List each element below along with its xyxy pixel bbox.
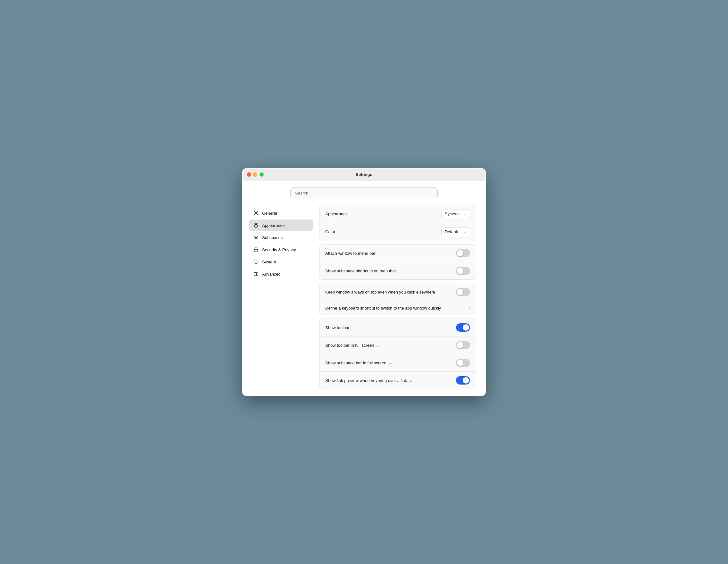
appearance-color-card: Appearance System ⌄ Color Default ⌄ (319, 205, 476, 241)
color-dropdown[interactable]: Default ⌄ (441, 228, 470, 236)
keep-on-top-toggle-knob (457, 289, 463, 295)
sidebar-item-security[interactable]: Security & Privacy (249, 244, 313, 255)
show-link-preview-toggle[interactable] (456, 376, 470, 385)
svg-point-14 (256, 274, 257, 275)
keyboard-shortcut-row[interactable]: Define a keyboard shortcut to switch to … (319, 301, 476, 315)
sidebar-item-security-label: Security & Privacy (262, 247, 296, 252)
cloud-icon-2: ☁ (388, 361, 392, 365)
sidebar-item-subspaces[interactable]: Subspaces (249, 232, 313, 243)
menubar-card: Attach window to menu bar Show subspace … (319, 244, 476, 280)
show-subspace-bar-fullscreen-toggle-knob (457, 360, 463, 366)
window-body: General Appearance (242, 181, 486, 396)
content-area: General Appearance (249, 205, 479, 389)
window-title: Settings (356, 172, 372, 177)
keep-on-top-row: Keep window always on top even when you … (319, 283, 476, 301)
sidebar-item-general[interactable]: General (249, 207, 313, 219)
show-subspace-shortcuts-row: Show subspace shortcuts on menubar (319, 262, 476, 279)
sidebar-item-subspaces-label: Subspaces (262, 235, 283, 240)
appearance-row: Appearance System ⌄ (319, 205, 476, 223)
cloud-icon-3: ☁ (409, 378, 412, 383)
show-link-preview-row: Show link preview when hovering over a l… (319, 372, 476, 389)
layers-icon (253, 235, 259, 240)
svg-point-2 (255, 224, 257, 226)
minimize-button[interactable] (253, 172, 257, 177)
sidebar-item-advanced[interactable]: Advanced (249, 268, 313, 280)
appearance-dropdown[interactable]: System ⌄ (441, 210, 470, 218)
toolbar-card: Show toolbar Show toolbar in full screen… (319, 319, 476, 389)
attach-window-toggle[interactable] (456, 249, 470, 257)
show-subspace-bar-fullscreen-toggle[interactable] (456, 359, 470, 367)
main-content: Appearance System ⌄ Color Default ⌄ (313, 205, 479, 389)
cloud-icon-1: ☁ (376, 343, 379, 347)
keyboard-shortcut-chevron: › (468, 305, 470, 311)
color-dropdown-chevron: ⌄ (464, 230, 467, 234)
keep-on-top-toggle[interactable] (456, 288, 470, 296)
show-link-preview-toggle-knob (463, 377, 469, 384)
show-toolbar-fullscreen-toggle[interactable] (456, 341, 470, 349)
svg-point-8 (256, 250, 256, 251)
show-link-preview-label: Show link preview when hovering over a l… (325, 378, 412, 383)
svg-point-13 (255, 272, 256, 273)
show-toolbar-toggle-knob (463, 324, 469, 331)
sidebar-item-system-label: System (262, 260, 276, 264)
appearance-icon (253, 222, 259, 228)
show-toolbar-fullscreen-label: Show toolbar in full screen ☁ (325, 343, 379, 348)
show-subspace-bar-fullscreen-row: Show subspace bar in full screen ☁ (319, 354, 476, 372)
sidebar-item-appearance[interactable]: Appearance (249, 220, 313, 231)
keyboard-shortcut-label: Define a keyboard shortcut to switch to … (325, 306, 441, 311)
search-input[interactable] (290, 187, 438, 198)
appearance-dropdown-chevron: ⌄ (464, 212, 467, 216)
titlebar: Settings (242, 168, 486, 181)
svg-point-15 (255, 275, 256, 276)
sidebar-item-appearance-label: Appearance (262, 223, 285, 228)
show-subspace-shortcuts-toggle-knob (457, 268, 463, 274)
show-toolbar-row: Show toolbar (319, 319, 476, 336)
show-toolbar-label: Show toolbar (325, 325, 350, 330)
sidebar-item-system[interactable]: System (249, 256, 313, 268)
sidebar: General Appearance (249, 205, 313, 389)
color-dropdown-value: Default (445, 229, 458, 234)
svg-point-0 (255, 212, 257, 214)
attach-window-toggle-knob (457, 250, 463, 256)
traffic-lights (247, 172, 264, 177)
color-label: Color (325, 229, 335, 234)
show-toolbar-fullscreen-row: Show toolbar in full screen ☁ (319, 336, 476, 354)
gear-icon (253, 210, 259, 216)
show-subspace-shortcuts-toggle[interactable] (456, 267, 470, 275)
show-subspace-bar-fullscreen-label: Show subspace bar in full screen ☁ (325, 361, 392, 365)
settings-window: Settings General (242, 168, 486, 396)
sidebar-item-advanced-label: Advanced (262, 272, 281, 277)
attach-window-row: Attach window to menu bar (319, 245, 476, 262)
keep-on-top-label: Keep window always on top even when you … (325, 290, 435, 294)
appearance-label: Appearance (325, 211, 348, 216)
window-behavior-card: Keep window always on top even when you … (319, 283, 476, 315)
sidebar-item-general-label: General (262, 211, 277, 216)
lock-icon (253, 247, 259, 253)
sliders-icon (253, 271, 259, 277)
svg-rect-9 (254, 260, 258, 263)
appearance-dropdown-value: System (445, 211, 459, 216)
search-bar-row (249, 187, 479, 198)
monitor-icon (253, 259, 259, 265)
show-toolbar-fullscreen-toggle-knob (457, 342, 463, 348)
close-button[interactable] (247, 172, 251, 177)
attach-window-label: Attach window to menu bar (325, 251, 376, 256)
show-subspace-shortcuts-label: Show subspace shortcuts on menubar (325, 269, 396, 273)
maximize-button[interactable] (260, 172, 264, 177)
show-toolbar-toggle[interactable] (456, 323, 470, 332)
color-row: Color Default ⌄ (319, 223, 476, 241)
